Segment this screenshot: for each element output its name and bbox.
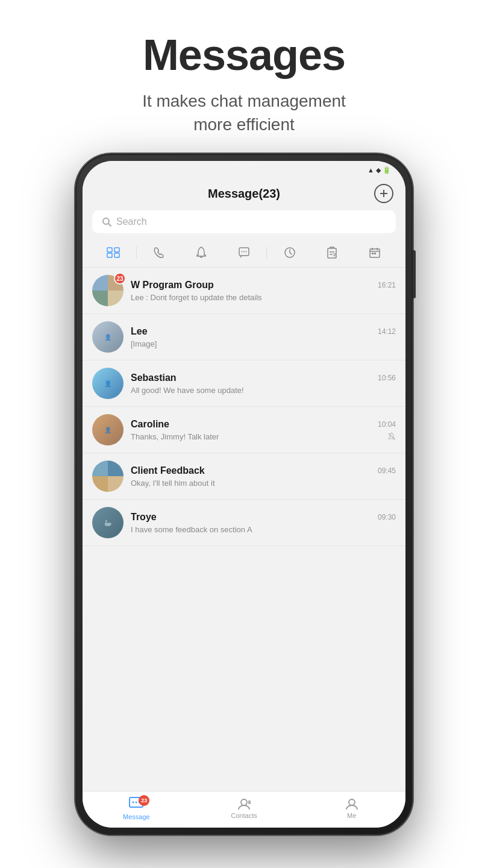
bottom-nav: 23 Message Contacts: [83, 791, 405, 828]
search-bar[interactable]: Search: [92, 210, 396, 233]
conv-content-caroline: Caroline 10:04 Thanks, Jimmy! Talk later: [131, 419, 396, 441]
conv-content-client-feedback: Client Feedback 09:45 Okay, I'll tell hi…: [131, 465, 396, 488]
conv-name-troye: Troye: [131, 512, 157, 523]
status-bar: ▲ ◆ 🔋: [83, 161, 405, 179]
toolbar-clock-icon[interactable]: [268, 243, 311, 262]
avatar-sebastian: 👤: [92, 368, 124, 399]
toolbar-task-icon[interactable]: 2: [311, 243, 354, 262]
avatar-wrap-lee: 👤: [92, 321, 124, 353]
conv-content-troye: Troye 09:30 I have some feedback on sect…: [131, 512, 396, 534]
screen-inner: ▲ ◆ 🔋 Message(23): [83, 161, 405, 828]
conv-item-caroline[interactable]: 👤 Caroline 10:04 Thanks, Jimmy! Talk lat…: [83, 407, 405, 453]
conv-preview-sebastian: All good! We have some update!: [131, 386, 244, 395]
svg-point-10: [243, 251, 245, 253]
page-title: Messages: [0, 0, 488, 80]
nav-label-me: Me: [347, 812, 356, 819]
avatar-wrap-sebastian: 👤: [92, 368, 124, 399]
conv-item-sebastian[interactable]: 👤 Sebastian 10:56 All good! We have some…: [83, 360, 405, 407]
header-title: Message(23): [114, 187, 374, 201]
phone-screen: ▲ ◆ 🔋 Message(23): [83, 161, 405, 828]
add-button[interactable]: [374, 184, 393, 203]
conv-content-lee: Lee 14:12 [Image]: [131, 326, 396, 348]
svg-rect-5: [114, 248, 119, 252]
toolbar-divider-2: [266, 247, 267, 259]
svg-rect-22: [374, 253, 376, 254]
avatar-wrap-w-program: 23: [92, 275, 124, 306]
toolbar-call-icon[interactable]: [138, 243, 181, 262]
svg-point-28: [241, 799, 247, 805]
conv-name-client-feedback: Client Feedback: [131, 465, 205, 476]
avatar-troye: 🦢: [92, 507, 124, 538]
svg-text:2: 2: [333, 252, 336, 257]
conv-preview-lee: [Image]: [131, 339, 157, 348]
conv-name-lee: Lee: [131, 326, 148, 337]
conv-time-sebastian: 10:56: [378, 374, 396, 382]
avatar-wrap-caroline: 👤: [92, 414, 124, 445]
avatar-caroline: 👤: [92, 414, 124, 445]
search-placeholder: Search: [116, 216, 147, 227]
nav-item-message[interactable]: 23 Message: [83, 796, 190, 820]
conv-item-troye[interactable]: 🦢 Troye 09:30 I have some feedback on se…: [83, 500, 405, 546]
conversation-list: 23 W Program Group 16:21 Lee : Dont forg…: [83, 268, 405, 791]
search-icon: [102, 217, 111, 227]
contacts-nav-icon: [236, 797, 252, 811]
toolbar-divider-1: [136, 247, 137, 259]
toolbar-all-icon[interactable]: [92, 244, 135, 262]
nav-label-message: Message: [123, 813, 150, 820]
icon-toolbar: 2: [83, 241, 405, 268]
conv-time-caroline: 10:04: [378, 420, 396, 429]
conv-time-troye: 09:30: [378, 513, 396, 521]
svg-point-11: [246, 251, 247, 253]
conv-time-w-program: 16:21: [378, 281, 396, 289]
status-icons: ▲ ◆ 🔋: [368, 166, 391, 174]
conv-preview-caroline: Thanks, Jimmy! Talk later: [131, 432, 219, 441]
svg-rect-6: [107, 253, 112, 257]
nav-item-contacts[interactable]: Contacts: [190, 796, 298, 820]
conv-preview-w-program: Lee : Dont forget to update the details: [131, 293, 262, 302]
svg-point-32: [349, 799, 355, 805]
avatar-group-client-feedback: [92, 461, 124, 492]
muted-icon-caroline: [387, 432, 396, 441]
conv-name-sebastian: Sebastian: [131, 373, 177, 383]
conv-time-client-feedback: 09:45: [378, 467, 396, 475]
conv-time-lee: 14:12: [378, 327, 396, 336]
conv-item-client-feedback[interactable]: Client Feedback 09:45 Okay, I'll tell hi…: [83, 453, 405, 500]
conv-content-sebastian: Sebastian 10:56 All good! We have some u…: [131, 373, 396, 395]
app-header: Message(23): [83, 179, 405, 210]
svg-line-3: [108, 224, 111, 226]
svg-point-9: [242, 251, 243, 253]
nav-item-me[interactable]: Me: [298, 796, 405, 820]
search-container: Search: [83, 210, 405, 241]
nav-label-contacts: Contacts: [231, 812, 257, 819]
avatar-wrap-troye: 🦢: [92, 507, 124, 538]
nav-badge-message: 23: [139, 795, 149, 806]
svg-point-26: [136, 802, 137, 804]
conv-item-lee[interactable]: 👤 Lee 14:12 [Image]: [83, 314, 405, 360]
phone-wrapper: ▲ ◆ 🔋 Message(23): [75, 154, 413, 835]
svg-point-25: [133, 802, 134, 804]
svg-rect-7: [114, 253, 119, 257]
conv-content-w-program: W Program Group 16:21 Lee : Dont forget …: [131, 280, 396, 302]
conv-item-w-program[interactable]: 23 W Program Group 16:21 Lee : Dont forg…: [83, 268, 405, 314]
conv-preview-client-feedback: Okay, I'll tell him about it: [131, 479, 215, 488]
conv-preview-troye: I have some feedback on section A: [131, 525, 252, 534]
avatar-wrap-client-feedback: [92, 461, 124, 492]
svg-rect-4: [107, 248, 112, 252]
svg-rect-21: [372, 253, 374, 254]
avatar-lee: 👤: [92, 321, 124, 353]
badge-w-program: 23: [114, 272, 126, 285]
page-subtitle: It makes chat managementmore efficient: [0, 89, 488, 136]
conv-name-w-program: W Program Group: [131, 280, 214, 291]
toolbar-bell-icon[interactable]: [180, 243, 223, 262]
me-nav-icon: [344, 797, 360, 811]
toolbar-chat-icon[interactable]: [223, 243, 266, 262]
toolbar-calendar-icon[interactable]: [353, 243, 396, 262]
conv-name-caroline: Caroline: [131, 419, 169, 430]
